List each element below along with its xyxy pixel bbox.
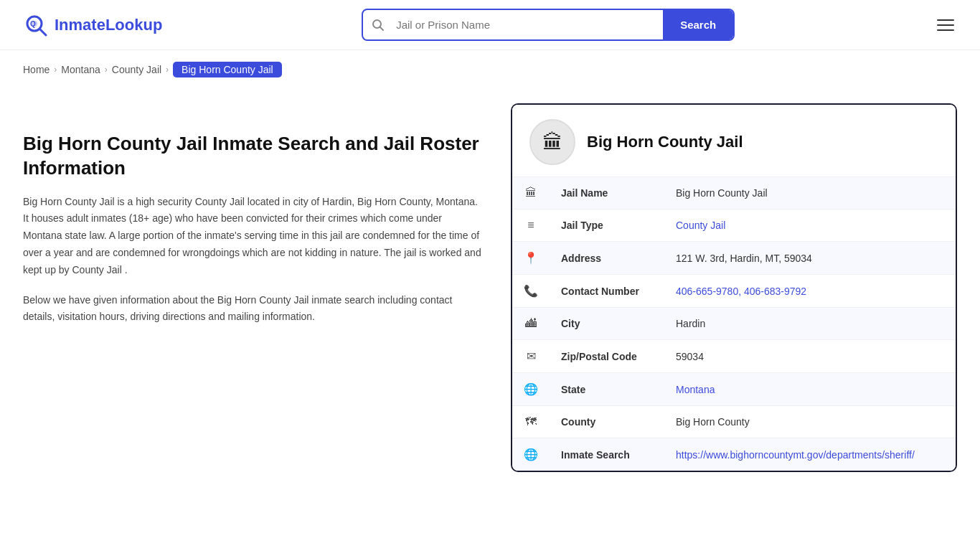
breadcrumb-montana[interactable]: Montana (61, 64, 100, 75)
left-column: Big Horn County Jail Inmate Search and J… (23, 103, 482, 472)
row-label: Jail Type (550, 209, 664, 242)
right-column: 🏛 Big Horn County Jail 🏛Jail NameBig Hor… (511, 103, 957, 472)
row-label: County (550, 406, 664, 438)
card-title: Big Horn County Jail (587, 133, 743, 151)
row-value: 59034 (664, 340, 956, 373)
breadcrumb-county-jail[interactable]: County Jail (112, 64, 161, 75)
table-row: 📞Contact Number406-665-9780, 406-683-979… (512, 275, 956, 308)
row-link[interactable]: https://www.bighorncountymt.gov/departme… (676, 449, 915, 461)
hamburger-line-2 (937, 24, 954, 26)
hamburger-line-3 (937, 29, 954, 31)
row-icon: ≡ (512, 209, 550, 242)
row-label: Zip/Postal Code (550, 340, 664, 373)
row-icon: 📞 (512, 275, 550, 308)
search-input[interactable] (393, 11, 663, 38)
hamburger-line-1 (937, 19, 954, 21)
row-icon: 🌐 (512, 438, 550, 471)
breadcrumb-sep-3: › (166, 65, 169, 75)
jail-avatar: 🏛 (529, 119, 575, 165)
table-row: 🌐StateMontana (512, 373, 956, 406)
row-icon: 📍 (512, 242, 550, 275)
row-label: Inmate Search (550, 438, 664, 471)
search-magnifier-icon (372, 19, 385, 32)
row-label: City (550, 308, 664, 340)
search-icon (363, 19, 393, 32)
svg-line-5 (380, 27, 384, 30)
breadcrumb-active: Big Horn County Jail (173, 62, 282, 77)
row-link[interactable]: Montana (676, 384, 715, 395)
table-row: 🗺CountyBig Horn County (512, 406, 956, 438)
breadcrumb-home[interactable]: Home (23, 64, 50, 75)
row-label: Address (550, 242, 664, 275)
breadcrumb-sep-1: › (54, 65, 57, 75)
breadcrumb: Home › Montana › County Jail › Big Horn … (0, 50, 980, 89)
info-card: 🏛 Big Horn County Jail 🏛Jail NameBig Hor… (511, 103, 957, 472)
row-link[interactable]: 406-665-9780, 406-683-9792 (676, 286, 806, 297)
row-value[interactable]: 406-665-9780, 406-683-9792 (664, 275, 956, 308)
search-bar: Search (362, 9, 735, 41)
svg-line-1 (39, 29, 46, 35)
search-button[interactable]: Search (663, 10, 733, 39)
info-table: 🏛Jail NameBig Horn County Jail≡Jail Type… (512, 177, 956, 471)
hamburger-menu[interactable] (934, 17, 957, 34)
row-value: Big Horn County (664, 406, 956, 438)
page-description-1: Big Horn County Jail is a high security … (23, 194, 482, 279)
row-icon: 🏙 (512, 308, 550, 340)
row-label: Contact Number (550, 275, 664, 308)
main-content: Big Horn County Jail Inmate Search and J… (0, 89, 980, 501)
row-label: State (550, 373, 664, 406)
row-icon: 🏛 (512, 177, 550, 209)
row-value[interactable]: https://www.bighorncountymt.gov/departme… (664, 438, 956, 471)
table-row: 📍Address121 W. 3rd, Hardin, MT, 59034 (512, 242, 956, 275)
header: Q InmateLookup Search (0, 0, 980, 50)
logo-text: InmateLookup (55, 16, 162, 34)
table-row: 🏙CityHardin (512, 308, 956, 340)
row-value[interactable]: County Jail (664, 209, 956, 242)
logo-icon: Q (23, 12, 49, 38)
page-description-2: Below we have given information about th… (23, 292, 482, 326)
row-value[interactable]: Montana (664, 373, 956, 406)
row-icon: ✉ (512, 340, 550, 373)
page-heading: Big Horn County Jail Inmate Search and J… (23, 132, 482, 181)
row-link[interactable]: County Jail (676, 220, 725, 231)
table-row: 🏛Jail NameBig Horn County Jail (512, 177, 956, 209)
svg-text:Q: Q (30, 20, 36, 28)
logo-link[interactable]: Q InmateLookup (23, 12, 162, 38)
table-row: 🌐Inmate Searchhttps://www.bighorncountym… (512, 438, 956, 471)
table-row: ✉Zip/Postal Code59034 (512, 340, 956, 373)
row-value: Hardin (664, 308, 956, 340)
row-value: Big Horn County Jail (664, 177, 956, 209)
row-icon: 🗺 (512, 406, 550, 438)
card-header: 🏛 Big Horn County Jail (512, 105, 956, 177)
row-label: Jail Name (550, 177, 664, 209)
breadcrumb-sep-2: › (105, 65, 108, 75)
row-icon: 🌐 (512, 373, 550, 406)
row-value: 121 W. 3rd, Hardin, MT, 59034 (664, 242, 956, 275)
table-row: ≡Jail TypeCounty Jail (512, 209, 956, 242)
